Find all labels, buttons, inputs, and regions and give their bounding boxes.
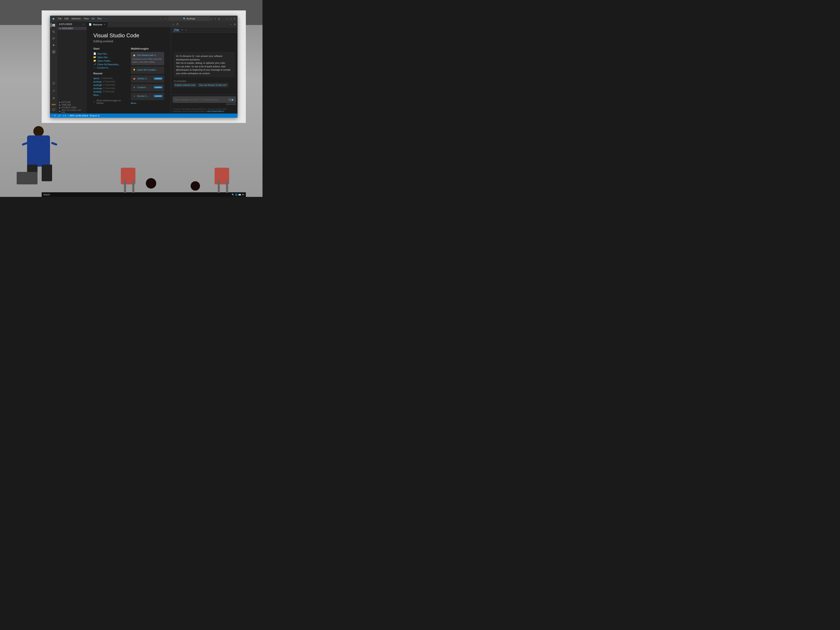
new-file-link[interactable]: 📄 New File... — [93, 52, 127, 55]
example-explain-code[interactable]: Explain selected code — [174, 83, 197, 87]
try-examples: Try Examples: Explain selected code How … — [174, 80, 235, 87]
sidebar-outline[interactable]: ▶ OUTLINE — [57, 101, 87, 104]
chat-tab-add[interactable]: + — [185, 28, 186, 32]
activity-extensions[interactable] — [51, 49, 57, 55]
presenter-right-arm — [51, 142, 57, 146]
menu-selection[interactable]: Selection — [70, 17, 82, 20]
walkthrough-item-4[interactable]: ✦ Gemini C... Updated — [131, 93, 164, 100]
new-file-icon: 📄 — [93, 52, 96, 55]
recent-item-3[interactable]: duolinga C:\Users\vby — [93, 87, 127, 90]
svg-point-7 — [54, 38, 55, 38]
restore-button[interactable]: □ — [229, 17, 232, 20]
walkthrough-item-1[interactable]: 💡 Learn the Fundam... — [131, 66, 164, 74]
taskbar-search[interactable]: Search — [43, 193, 51, 196]
menu-more[interactable]: ··· — [104, 17, 108, 20]
status-aws-profile[interactable]: ✓ AWS: profile:default — [68, 115, 88, 117]
activity-source-control[interactable] — [51, 36, 57, 41]
panel-history-icon[interactable]: ⏱ — [176, 23, 179, 26]
activity-run[interactable] — [51, 42, 57, 48]
walkthrough-0-header: ⭐ Get Started with V... — [133, 54, 163, 57]
open-file-link[interactable]: 📂 Open File... — [93, 55, 127, 59]
activity-account[interactable] — [51, 95, 57, 101]
chat-action-icon[interactable]: ⊡ — [229, 98, 231, 101]
menu-edit[interactable]: Edit — [63, 17, 70, 20]
walkthrough-3-icon: ⚙ — [133, 85, 136, 89]
sidebar-more-icon[interactable]: ··· — [82, 23, 85, 25]
activity-chat[interactable] — [51, 107, 57, 113]
svg-rect-0 — [52, 24, 54, 27]
panel-layout-icon[interactable]: □ — [173, 23, 174, 26]
recent-item-2[interactable]: duolingb C:\Users\vby — [93, 83, 127, 87]
walkthrough-2-header: 🐙 GitHub C... Updated — [133, 77, 163, 80]
panel-more-icon[interactable]: ··· — [230, 23, 232, 26]
tab-bar: 📄 Welcome ✕ — [87, 22, 171, 27]
activity-search[interactable] — [51, 29, 57, 35]
recent-item-0[interactable]: qtest1 C:\Users\vby — [93, 77, 127, 80]
chat-input-area: Ask a question or enter "/" for quick ac… — [171, 95, 237, 107]
sidebar-help-cobol[interactable]: ▶ HELP ON COBOL AND FEE... — [57, 109, 87, 114]
projection-screen: ◆ File Edit Selection View Go Run ··· ← … — [42, 10, 246, 123]
walkthrough-item-0[interactable]: ⭐ Get Started with V... Customize your e… — [131, 52, 164, 65]
example-buttons: Explain selected code How can Amazon Q h… — [174, 83, 235, 87]
grid-icon[interactable]: ∎ — [218, 17, 220, 20]
activity-explorer[interactable] — [51, 22, 57, 28]
walkthrough-3-badge: Updated — [154, 86, 163, 88]
aws-label[interactable]: aws — [51, 103, 57, 106]
clone-git-link[interactable]: ⎇ Clone Git Repository... — [93, 63, 127, 66]
menu-run[interactable]: Run — [96, 17, 103, 20]
menu-view[interactable]: View — [82, 17, 90, 20]
svg-rect-16 — [52, 109, 55, 111]
svg-point-6 — [53, 39, 54, 40]
close-button[interactable]: ✕ — [233, 17, 236, 20]
sidebar-source-view[interactable]: ▶ SOURCE VIEW — [57, 106, 87, 109]
menu-file[interactable]: File — [57, 17, 63, 20]
open-folder-link[interactable]: 📁 Open Folder... — [93, 59, 127, 63]
recent-more-link[interactable]: More... — [93, 93, 127, 97]
walkthrough-2-icon: 🐙 — [133, 77, 136, 80]
recent-item-4[interactable]: duolingt C:\Users\vby — [93, 90, 127, 93]
activity-remote[interactable] — [51, 81, 57, 86]
sidebar-timeline[interactable]: ▶ TIMELINE — [57, 104, 87, 106]
nav-back-button[interactable]: ← — [160, 17, 163, 20]
window-controls: □ ◊ ∎ — □ ✕ — [210, 17, 236, 20]
chat-send-button[interactable]: ▶ — [232, 98, 234, 101]
walkthrough-4-header: ✦ Gemini C... Updated — [133, 95, 163, 98]
activity-settings[interactable] — [51, 88, 57, 94]
example-amazon-q-help[interactable]: How can Amazon Q help me? — [197, 83, 228, 87]
status-warnings[interactable]: ⚠ 0 — [62, 115, 66, 117]
chat-intro-box: Hi, I'm Amazon Q. I can answer your soft… — [174, 52, 235, 77]
walkthrough-item-3[interactable]: ⚙ Customi... Updated — [131, 84, 164, 92]
recent-item-1[interactable]: duolingv C:\Users\vby — [93, 80, 127, 83]
status-remote[interactable]: ↔ 0 — [52, 115, 55, 117]
tab-welcome[interactable]: 📄 Welcome ✕ — [87, 22, 108, 27]
split-icon[interactable]: ◊ — [214, 17, 217, 20]
chat-input-box[interactable]: Ask a question or enter "/" for quick ac… — [173, 96, 236, 103]
timeline-arrow-icon: ▶ — [59, 104, 61, 106]
nav-forward-button[interactable]: → — [164, 17, 167, 20]
status-amazon-q[interactable]: Amazon Q — [90, 115, 99, 117]
walkthroughs-section: Walkthroughs ⭐ Get Started with V... Cus… — [131, 47, 164, 105]
folder-arrow-icon: ▼ — [59, 27, 61, 30]
tab-welcome-close[interactable]: ✕ — [104, 23, 106, 25]
walkthrough-3-header: ⚙ Customi... Updated — [133, 85, 163, 89]
panel-close-icon[interactable]: ✕ — [234, 23, 236, 26]
aws-responsible-ai-link[interactable]: AWS Responsible AI — [207, 110, 224, 112]
chat-tab[interactable]: Chat — [173, 28, 180, 32]
svg-point-13 — [53, 82, 55, 85]
vscode-icon: ◆ — [52, 17, 55, 20]
walkthroughs-more-link[interactable]: More... — [131, 101, 164, 105]
svg-rect-12 — [54, 52, 55, 53]
minimize-button[interactable]: — — [226, 17, 228, 20]
status-errors[interactable]: △ 0 — [57, 115, 61, 117]
main-layout: aws EXPLORER ··· ▼ DUOLINGO ▶ — [50, 22, 237, 114]
show-welcome-checkbox[interactable]: ✓ Show welcome page on startup — [93, 99, 127, 104]
layout-icon[interactable]: □ — [210, 17, 213, 20]
svg-point-15 — [53, 97, 54, 98]
title-search-bar[interactable]: 🔍 duolingo — [168, 16, 210, 21]
menu-go[interactable]: Go — [90, 17, 96, 20]
open-folder-icon: 📁 — [93, 59, 96, 62]
sidebar-folder-duolingo[interactable]: ▼ DUOLINGO — [57, 27, 87, 30]
chat-tab-close[interactable]: ✕ — [181, 29, 183, 31]
connect-to-link[interactable]: ↔ Connect to... — [93, 66, 127, 69]
walkthrough-item-2[interactable]: 🐙 GitHub C... Updated — [131, 75, 164, 83]
